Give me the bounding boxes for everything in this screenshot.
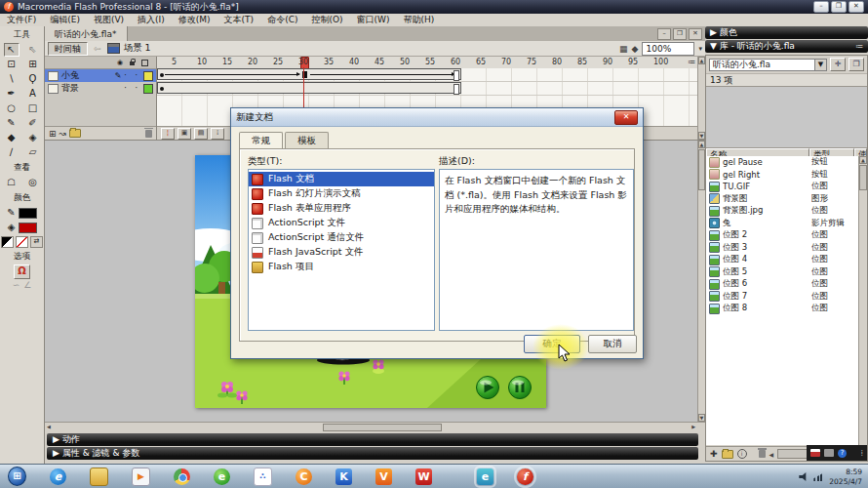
app-circles-icon[interactable]: ∴ xyxy=(254,468,272,486)
menu-item[interactable]: 窗口(W) xyxy=(350,14,397,26)
snap-to-objects-button[interactable]: Ω xyxy=(14,264,30,279)
library-panel-header[interactable]: ▼ 库 - 听话的小兔.fla ≔ xyxy=(705,40,868,53)
back-arrow-icon[interactable]: ⇦ xyxy=(94,44,101,54)
scroll-down-icon[interactable]: ▼ xyxy=(698,414,705,422)
zoom-level-input[interactable]: 100% xyxy=(642,42,694,56)
liebao-browser-icon[interactable]: C xyxy=(296,468,312,485)
library-item[interactable]: 位图 2 位图 xyxy=(706,229,858,242)
new-library-window-button[interactable]: ❐ xyxy=(848,58,864,71)
lasso-tool[interactable]: Ϙ xyxy=(25,72,41,86)
start-button[interactable]: ⊞ xyxy=(8,467,26,486)
document-tab[interactable]: 听话的小兔.fla* xyxy=(45,26,128,41)
lock-layers-icon[interactable] xyxy=(130,61,135,65)
frame-view-menu-icon[interactable]: ≔ xyxy=(688,58,695,66)
zoom-dropdown-icon[interactable]: ▾ xyxy=(698,45,702,53)
scroll-right-icon[interactable]: ▶ xyxy=(691,424,695,429)
ie-icon[interactable]: e xyxy=(50,468,66,485)
stage-horizontal-scrollbar[interactable]: ◀ ▶ xyxy=(45,422,705,430)
menu-item[interactable]: 视图(V) xyxy=(87,14,131,26)
library-item[interactable]: gel Pause 按钮 xyxy=(706,156,858,169)
new-folder-button[interactable] xyxy=(722,450,733,459)
delete-layer-button[interactable] xyxy=(145,130,152,138)
layer-row[interactable]: 背景 · · xyxy=(45,82,156,95)
timeline-scrollbar[interactable]: ▲ ▼ xyxy=(697,57,705,140)
paint-bucket-tool[interactable]: ◈ xyxy=(25,131,41,144)
layer-outline-color[interactable] xyxy=(143,84,153,94)
scroll-up-icon[interactable]: ▲ xyxy=(859,156,867,164)
delete-item-button[interactable] xyxy=(759,450,766,458)
rectangle-tool[interactable]: □ xyxy=(25,102,41,115)
library-item[interactable]: 位图 5 位图 xyxy=(706,266,858,279)
cancel-button[interactable]: 取消 xyxy=(588,335,637,353)
close-button[interactable]: ✕ xyxy=(848,1,864,13)
frame-span[interactable] xyxy=(157,82,461,94)
scrollbar-thumb[interactable] xyxy=(698,149,705,190)
library-item[interactable]: 兔 影片剪辑 xyxy=(706,218,858,230)
new-symbol-button[interactable]: ✚ xyxy=(710,449,718,459)
chrome-icon[interactable] xyxy=(174,468,190,485)
frame-row-background[interactable] xyxy=(157,82,697,96)
selection-tool[interactable]: ↖ xyxy=(4,43,20,57)
scroll-up-icon[interactable]: ▲ xyxy=(698,57,705,64)
scroll-left-icon[interactable]: ◀ xyxy=(47,424,51,429)
eyedropper-tool[interactable]: ∕ xyxy=(4,145,20,159)
swap-colors-button[interactable]: ⇄ xyxy=(30,236,43,248)
properties-panel-header[interactable]: ▶ 属性 & 滤镜 & 参数 xyxy=(47,447,698,460)
library-item[interactable]: 位图 3 位图 xyxy=(706,242,858,255)
item-properties-button[interactable]: i xyxy=(737,449,747,459)
help-icon[interactable]: ? xyxy=(838,449,847,458)
restore-button[interactable]: ❐ xyxy=(831,1,847,13)
doc-minimize-button[interactable]: – xyxy=(657,28,671,40)
subselection-tool[interactable]: ⇖ xyxy=(25,43,41,57)
zoom-tool[interactable]: ◎ xyxy=(25,176,41,189)
menu-item[interactable]: 命令(C) xyxy=(260,14,304,26)
pen-tool[interactable]: ✒ xyxy=(4,87,20,101)
oval-tool[interactable]: ○ xyxy=(4,102,20,115)
flash-app-icon[interactable]: f xyxy=(517,468,533,485)
pin-library-button[interactable]: ✛ xyxy=(830,58,846,71)
document-type-item[interactable]: ActionScript 文件 xyxy=(249,216,434,230)
frame-row-rabbit[interactable] xyxy=(157,68,697,82)
library-item[interactable]: 背景图 图形 xyxy=(706,193,858,206)
wps-icon[interactable]: W xyxy=(415,468,432,485)
edit-scene-icon[interactable]: ▦ xyxy=(619,44,628,54)
teal-browser-icon[interactable]: e xyxy=(477,468,493,485)
document-type-item[interactable]: Flash 幻灯片演示文稿 xyxy=(249,186,434,201)
dialog-tab[interactable]: 常规 xyxy=(239,132,283,149)
timeline-toggle-button[interactable]: 时间轴 xyxy=(48,42,88,56)
menu-item[interactable]: 修改(M) xyxy=(172,14,217,26)
document-type-item[interactable]: ActionScript 通信文件 xyxy=(249,230,434,245)
onion-skin-button[interactable]: ▣ xyxy=(178,128,191,140)
panel-menu-icon[interactable]: ≔ xyxy=(855,40,863,53)
ink-bottle-tool[interactable]: ◆ xyxy=(4,131,20,144)
layer-visibility-dots[interactable]: · · xyxy=(124,84,140,93)
reference-doc-icon[interactable] xyxy=(810,449,820,457)
menu-item[interactable]: 编辑(E) xyxy=(43,14,87,26)
actions-panel-header[interactable]: ▶ 动作 xyxy=(47,433,698,446)
library-item[interactable]: TU.GIF 位图 xyxy=(706,181,858,193)
kingsoft-icon[interactable]: K xyxy=(335,468,352,485)
gradient-transform-tool[interactable]: ⊞ xyxy=(25,58,41,71)
scroll-down-icon[interactable]: ▼ xyxy=(698,132,705,140)
document-type-item[interactable]: Flash 文档 xyxy=(249,172,434,186)
pencil-tool[interactable]: ✎ xyxy=(4,116,20,130)
doc-restore-button[interactable]: ❐ xyxy=(673,28,687,40)
smooth-option-button[interactable]: ∽ xyxy=(13,280,20,290)
document-type-item[interactable]: Flash 表单应用程序 xyxy=(249,201,434,216)
frame-span[interactable] xyxy=(157,68,461,80)
stage-vertical-scrollbar[interactable]: ▲ ▼ xyxy=(697,141,705,422)
menu-item[interactable]: 文件(F) xyxy=(0,14,43,26)
taskbar-clock[interactable]: 8:59 2025/4/7 xyxy=(829,468,864,486)
menu-item[interactable]: 控制(O) xyxy=(304,14,349,26)
text-tool[interactable]: A xyxy=(25,87,41,101)
no-color-button[interactable] xyxy=(16,236,28,248)
stroke-color-swatch[interactable] xyxy=(19,208,37,219)
show-hide-layers-icon[interactable]: ◉ xyxy=(117,59,123,66)
dialog-titlebar[interactable]: 新建文档 ✕ xyxy=(231,108,643,127)
v-office-icon[interactable]: V xyxy=(375,468,392,485)
default-colors-button[interactable] xyxy=(1,236,14,248)
scroll-up-icon[interactable]: ▲ xyxy=(698,141,705,148)
library-item[interactable]: 背景图.jpg 位图 xyxy=(706,205,858,218)
layer-outline-color[interactable] xyxy=(143,71,153,81)
eraser-tool[interactable]: ▱ xyxy=(25,145,41,159)
